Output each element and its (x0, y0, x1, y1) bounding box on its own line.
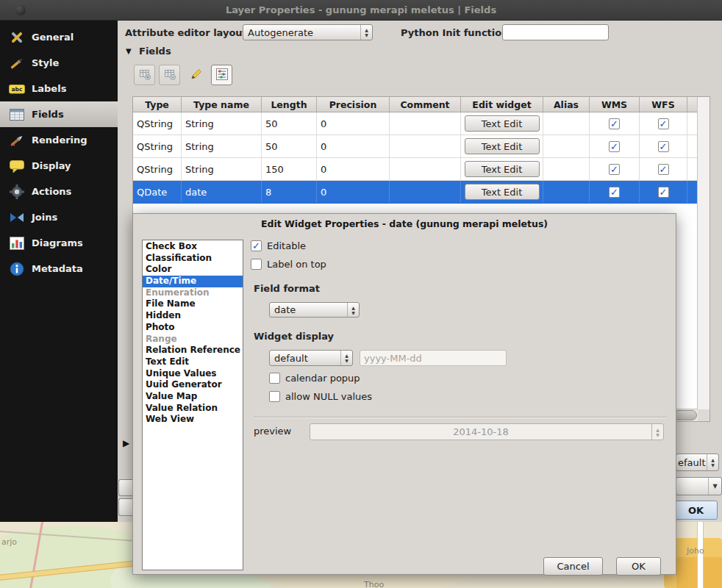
python-init-input[interactable] (502, 24, 609, 40)
table-row-selected[interactable]: QDate date 8 0 Text Edit (133, 181, 710, 204)
spinner-arrows-icon[interactable]: ▲▼ (651, 424, 663, 440)
checkbox-icon (269, 391, 280, 402)
wms-checkbox[interactable] (609, 118, 620, 129)
widget-type-option-disabled: Enumeration (143, 287, 243, 299)
field-format-dropdown[interactable]: date ▲▼ (269, 302, 360, 318)
wms-checkbox[interactable] (609, 164, 620, 175)
wfs-checkbox[interactable] (658, 118, 669, 129)
style-dropdown-partial[interactable]: efault ▲▼ (676, 453, 719, 471)
layer-properties-ok-button[interactable]: OK (674, 501, 718, 520)
wfs-checkbox[interactable] (658, 141, 669, 152)
sidebar-item-style[interactable]: Style (0, 50, 118, 76)
widget-display-dropdown[interactable]: default ▲▼ (269, 350, 353, 366)
table-row[interactable]: QString String 150 0 Text Edit (133, 158, 710, 181)
label-on-top-checkbox[interactable]: Label on top (251, 259, 326, 270)
display-format-input[interactable] (360, 350, 507, 366)
cell-wms (590, 112, 640, 135)
fields-expander-icon[interactable]: ▼ (126, 47, 132, 55)
sidebar-item-fields[interactable]: Fields (0, 101, 118, 127)
widget-type-option[interactable]: File Name (143, 298, 243, 310)
table-row[interactable]: QString String 50 0 Text Edit (133, 135, 710, 158)
column-header-length[interactable]: Length (262, 97, 317, 112)
spinner-arrows-icon[interactable]: ▲▼ (340, 351, 352, 365)
edit-widget-tool-button[interactable] (211, 65, 232, 85)
widget-type-option[interactable]: Value Relation (143, 403, 243, 415)
partial-button-fragment[interactable] (118, 479, 132, 496)
widget-type-option[interactable]: Value Map (143, 391, 243, 403)
map-place-label: Thoo (364, 580, 384, 588)
edit-widget-button[interactable]: Text Edit (465, 138, 540, 154)
sidebar-item-rendering[interactable]: Rendering (0, 127, 118, 153)
sidebar-item-diagrams[interactable]: Diagrams (0, 230, 118, 256)
spinner-arrows-icon[interactable]: ▲▼ (707, 454, 718, 470)
panel-collapse-arrow-icon[interactable]: ▶ (123, 438, 129, 448)
preview-datetime-field[interactable]: 2014-10-18 ▲▼ (310, 423, 664, 440)
column-header-alias[interactable]: Alias (543, 97, 590, 112)
wms-checkbox[interactable] (609, 141, 620, 152)
toggle-editing-button[interactable] (185, 65, 207, 85)
column-header-wms[interactable]: WMS (590, 97, 640, 112)
cancel-button[interactable]: Cancel (543, 557, 603, 576)
dropdown-partial[interactable]: ▼ (676, 477, 722, 495)
wfs-checkbox[interactable] (658, 164, 669, 175)
sidebar-item-label: Style (32, 57, 59, 68)
widget-type-list: Check Box Classification Color Date/Time… (142, 240, 243, 570)
widget-type-option[interactable]: Hidden (143, 310, 243, 322)
spinner-arrows-icon[interactable]: ▲▼ (360, 25, 372, 40)
attribute-editor-layout-dropdown[interactable]: Autogenerate ▲▼ (243, 24, 373, 40)
partial-button-fragment[interactable] (118, 498, 132, 516)
widget-type-option[interactable]: Unique Values (143, 368, 243, 380)
sidebar-item-labels[interactable]: abc Labels (0, 76, 118, 101)
cell-edit-widget: Text Edit (461, 181, 543, 203)
cell-wfs (640, 135, 687, 157)
table-row[interactable]: QString String 50 0 Text Edit (133, 112, 710, 135)
widget-type-option[interactable]: Color (143, 264, 243, 276)
checkbox-label: Editable (267, 240, 306, 251)
column-header-type-name[interactable]: Type name (182, 97, 262, 112)
cell-precision: 0 (317, 158, 390, 180)
sidebar-item-general[interactable]: General (0, 24, 118, 50)
widget-type-option[interactable]: Relation Reference (143, 345, 243, 356)
column-header-wfs[interactable]: WFS (640, 97, 687, 112)
sidebar-item-actions[interactable]: Actions (0, 179, 118, 204)
metadata-icon (9, 261, 25, 277)
allow-null-checkbox[interactable]: allow NULL values (269, 391, 372, 402)
vertical-scrollbar[interactable] (697, 97, 710, 409)
widget-type-option[interactable]: Classification (143, 253, 243, 265)
chevron-down-icon[interactable]: ▼ (708, 478, 721, 495)
widget-type-option[interactable]: Web View (143, 414, 243, 426)
widget-type-option[interactable]: Text Edit (143, 356, 243, 368)
widget-type-option[interactable]: Uuid Generator (143, 379, 243, 391)
scrollbar-thumb[interactable] (673, 410, 697, 420)
sidebar-item-metadata[interactable]: Metadata (0, 256, 118, 282)
sidebar-item-joins[interactable]: Joins (0, 204, 118, 230)
cell-length: 8 (262, 181, 317, 203)
cell-type: QDate (133, 181, 182, 203)
new-column-button[interactable] (134, 65, 155, 85)
column-header-precision[interactable]: Precision (317, 97, 390, 112)
cell-comment (390, 112, 461, 135)
spinner-arrows-icon[interactable]: ▲▼ (347, 303, 359, 317)
map-place-label: Joho (687, 546, 704, 556)
calendar-popup-checkbox[interactable]: calendar popup (269, 373, 360, 384)
column-header-edit-widget[interactable]: Edit widget (461, 97, 543, 112)
edit-widget-button[interactable]: Text Edit (465, 115, 540, 132)
edit-widget-button[interactable]: Text Edit (465, 184, 540, 200)
delete-column-icon (163, 68, 176, 83)
widget-type-option[interactable]: Check Box (143, 241, 243, 253)
cell-edit-widget: Text Edit (461, 112, 543, 135)
sidebar-item-display[interactable]: Display (0, 153, 118, 179)
edit-widget-button[interactable]: Text Edit (465, 161, 540, 177)
widget-type-option[interactable]: Photo (143, 322, 243, 334)
column-header-comment[interactable]: Comment (390, 97, 461, 112)
cell-type: QString (133, 112, 182, 135)
widget-type-option-selected[interactable]: Date/Time (143, 276, 243, 287)
column-header-type[interactable]: Type (133, 97, 182, 112)
delete-column-button[interactable] (159, 65, 180, 85)
ok-button[interactable]: OK (616, 557, 661, 576)
wms-checkbox[interactable] (609, 187, 620, 198)
window-title: Layer Properties - gunung merapi meletus… (0, 0, 722, 20)
wfs-checkbox[interactable] (658, 187, 669, 198)
cell-alias (543, 158, 590, 180)
editable-checkbox[interactable]: Editable (251, 240, 306, 251)
